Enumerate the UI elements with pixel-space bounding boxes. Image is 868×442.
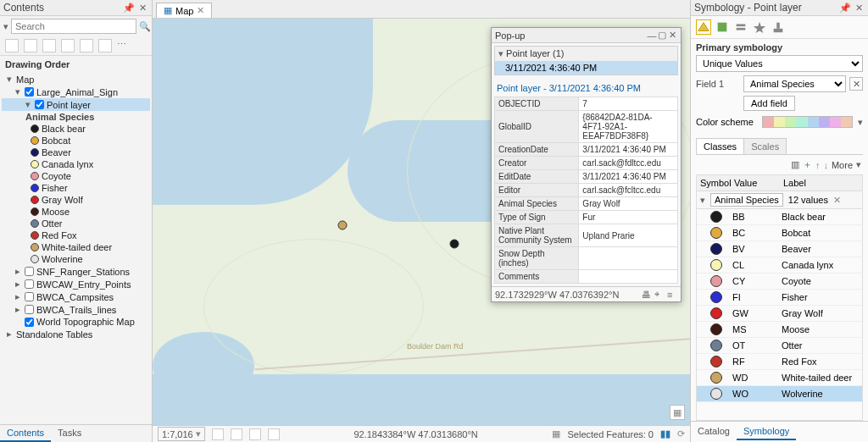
pause-icon[interactable]: ▮▮	[660, 428, 670, 439]
value-label[interactable]: Moose	[782, 324, 859, 334]
expression-button[interactable]: ✕	[849, 77, 863, 91]
col-symbol[interactable]: Symbol	[697, 175, 731, 191]
structure-icon[interactable]	[771, 19, 786, 35]
search-icon[interactable]: 🔍	[139, 21, 151, 32]
species-item[interactable]: White-tailed deer	[2, 241, 150, 253]
value-code[interactable]: GW	[732, 308, 782, 318]
dropdown-icon[interactable]: ▾	[858, 117, 863, 128]
symbol-swatch-icon[interactable]	[710, 340, 722, 351]
refresh-icon[interactable]: ⟳	[677, 428, 685, 439]
value-row[interactable]: WDWhite-tailed deer	[697, 370, 862, 386]
popup-feature-link[interactable]: Point layer - 3/11/2021 4:36:40 PM	[492, 78, 681, 97]
layer-bwca-trails[interactable]: ▸BWCA_Trails_lines	[2, 303, 150, 316]
move-up-icon[interactable]: ↑	[815, 160, 821, 170]
layer-checkbox[interactable]	[25, 87, 34, 97]
selected-features[interactable]: Selected Features: 0	[567, 429, 654, 439]
value-code[interactable]: CL	[732, 260, 782, 270]
layer-checkbox[interactable]	[25, 279, 34, 289]
close-tab-icon[interactable]: ✕	[197, 5, 204, 16]
zoom-to-icon[interactable]: ⌖	[654, 289, 665, 300]
value-code[interactable]: WO	[732, 389, 782, 399]
layer-checkbox[interactable]	[35, 100, 44, 109]
color-scheme-picker[interactable]	[762, 116, 853, 128]
symbol-swatch-icon[interactable]	[710, 243, 722, 255]
value-row[interactable]: GWGray Wolf	[697, 306, 862, 322]
status-tool-icon[interactable]	[212, 428, 224, 440]
close-icon[interactable]: ✕	[853, 2, 865, 14]
status-tool-icon[interactable]	[249, 428, 261, 440]
layer-large-animal-sign[interactable]: ▾Large_Animal_Sign	[2, 86, 150, 98]
value-code[interactable]: MS	[732, 324, 782, 334]
popup-list-header[interactable]: ▾ Point layer (1)	[495, 47, 677, 61]
remove-group-icon[interactable]: ✕	[833, 195, 841, 206]
list-by-drawing-order-icon[interactable]	[5, 39, 19, 52]
filter-icon[interactable]: ▾	[3, 21, 8, 32]
close-icon[interactable]: ✕	[667, 30, 677, 41]
basemap-icon[interactable]: ▦	[670, 405, 685, 420]
species-item[interactable]: Black bear	[2, 123, 150, 135]
value-row[interactable]: MSMoose	[697, 322, 862, 338]
add-unlisted-icon[interactable]: ▥	[791, 159, 799, 170]
value-label[interactable]: Coyote	[782, 276, 859, 286]
maximize-icon[interactable]: ▢	[657, 30, 667, 41]
map-point[interactable]	[450, 240, 459, 249]
species-item[interactable]: Bobcat	[2, 135, 150, 146]
value-row[interactable]: OTOtter	[697, 338, 862, 354]
value-code[interactable]: CY	[732, 276, 782, 286]
symbol-swatch-icon[interactable]	[710, 291, 722, 303]
symbol-swatch-icon[interactable]	[710, 259, 722, 271]
map-tab[interactable]: ▦ Map ✕	[156, 3, 212, 18]
status-tool-icon[interactable]	[268, 428, 280, 440]
print-icon[interactable]: 🖶	[642, 290, 652, 300]
layer-world-topo[interactable]: World Topographic Map	[2, 316, 150, 328]
symbol-swatch-icon[interactable]	[710, 307, 722, 319]
snap-icon[interactable]: ▦	[552, 428, 560, 439]
value-label[interactable]: Wolverine	[782, 389, 859, 399]
list-by-labeling-icon[interactable]	[98, 39, 112, 52]
value-row[interactable]: BCBobcat	[697, 225, 862, 241]
tab-symbology[interactable]: Symbology	[737, 423, 796, 440]
tab-contents[interactable]: Contents	[0, 425, 51, 442]
list-by-source-icon[interactable]	[24, 39, 37, 52]
value-code[interactable]: BB	[732, 212, 782, 222]
symbol-layers-icon[interactable]	[733, 19, 748, 35]
tree-map-root[interactable]: ▾Map	[2, 73, 150, 86]
symbol-swatch-icon[interactable]	[710, 211, 722, 223]
value-label[interactable]: Red Fox	[782, 356, 859, 367]
add-field-button[interactable]: Add field	[743, 96, 795, 111]
vary-by-attribute-icon[interactable]	[715, 19, 730, 35]
value-code[interactable]: BV	[732, 244, 782, 254]
col-value[interactable]: Value	[731, 175, 780, 191]
layer-bwca-campsites[interactable]: ▸BWCA_Campsites	[2, 290, 150, 303]
value-row[interactable]: CLCanada lynx	[697, 257, 862, 273]
value-label[interactable]: Canada lynx	[782, 260, 859, 270]
layer-checkbox[interactable]	[25, 292, 34, 301]
species-item[interactable]: Canada lynx	[2, 158, 150, 170]
standalone-tables[interactable]: ▸Standalone Tables	[2, 328, 150, 340]
symbol-swatch-icon[interactable]	[710, 275, 722, 287]
pin-icon[interactable]: 📌	[839, 2, 851, 14]
contents-search-input[interactable]	[11, 19, 136, 34]
add-value-icon[interactable]: ＋	[803, 158, 812, 171]
layer-bwcaw-entry[interactable]: ▸BWCAW_Entry_Points	[2, 278, 150, 290]
value-row[interactable]: WOWolverine	[697, 386, 862, 402]
symbol-swatch-icon[interactable]	[710, 372, 722, 384]
value-label[interactable]: Beaver	[782, 244, 859, 254]
species-item[interactable]: Gray Wolf	[2, 194, 150, 206]
pin-icon[interactable]: 📌	[123, 2, 135, 14]
value-code[interactable]: BC	[732, 228, 782, 238]
list-by-selection-icon[interactable]	[42, 39, 56, 52]
tab-classes[interactable]: Classes	[696, 138, 744, 154]
status-tool-icon[interactable]	[231, 428, 242, 440]
layer-snf-ranger[interactable]: ▸SNF_Ranger_Stations	[2, 265, 150, 278]
species-item[interactable]: Moose	[2, 206, 150, 218]
value-row[interactable]: RFRed Fox	[697, 354, 862, 370]
layer-checkbox[interactable]	[25, 305, 34, 314]
layer-checkbox[interactable]	[25, 267, 34, 276]
list-by-editing-icon[interactable]	[61, 39, 75, 52]
menu-icon[interactable]: ≡	[667, 290, 677, 300]
primary-symbology-icon[interactable]	[696, 19, 711, 35]
map-point[interactable]	[338, 221, 348, 230]
map-canvas[interactable]: Boulder Dam Rd ▦ Pop-up — ▢ ✕ ▾ Point la…	[153, 19, 690, 425]
value-row[interactable]: CYCoyote	[697, 273, 862, 290]
